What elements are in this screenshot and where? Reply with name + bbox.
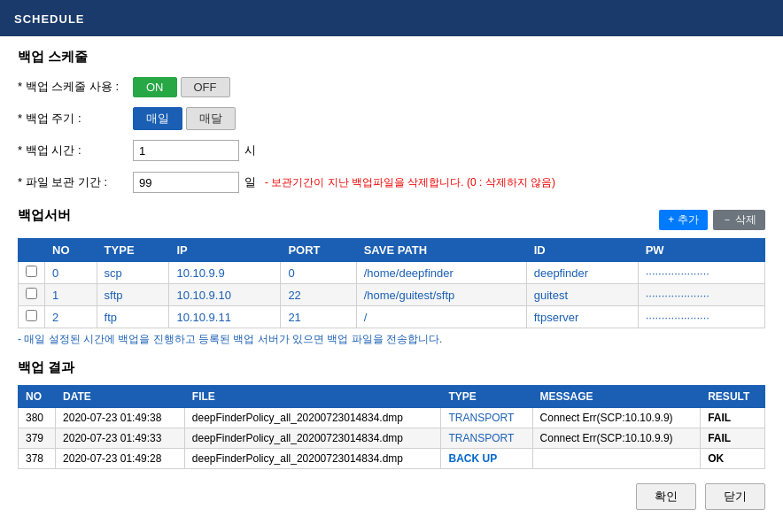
result-no: 378 (19, 449, 56, 469)
server-col-pw: PW (638, 239, 764, 262)
result-type: TRANSPORT (441, 428, 532, 449)
server-type: ftp (97, 306, 169, 328)
result-col-result: RESULT (701, 386, 765, 408)
server-ip: 10.10.9.11 (169, 306, 281, 328)
monthly-button[interactable]: 매달 (186, 107, 236, 130)
table-row: 380 2020-07-23 01:49:38 deepFinderPolicy… (19, 408, 765, 428)
result-col-message: MESSAGE (532, 386, 701, 408)
title-bar: SCHEDULE (0, 0, 783, 36)
server-col-no: NO (45, 239, 97, 262)
delete-server-button[interactable]: － 삭제 (713, 210, 765, 230)
result-col-no: NO (19, 386, 56, 408)
table-row: 1 sftp 10.10.9.10 22 /home/guitest/sftp … (19, 284, 765, 306)
result-type: TRANSPORT (441, 408, 532, 428)
result-type: BACK UP (441, 449, 532, 469)
result-table: NO DATE FILE TYPE MESSAGE RESULT 380 202… (18, 385, 765, 469)
result-file: deepFinderPolicy_all_20200723014834.dmp (184, 408, 441, 428)
server-port: 22 (281, 284, 356, 306)
server-no: 1 (45, 284, 97, 306)
time-label: * 백업 시간 : (18, 143, 133, 158)
retention-note: - 보관기간이 지난 백업파일을 삭제합니다. (0 : 삭제하지 않음) (265, 175, 555, 190)
backup-server-section: 백업서버 + 추가 － 삭제 NO TYPE IP PORT SAVE PATH… (18, 207, 765, 347)
server-no: 0 (45, 262, 97, 284)
result-date: 2020-07-23 01:49:28 (56, 449, 185, 469)
result-col-type: TYPE (441, 386, 532, 408)
confirm-button[interactable]: 확인 (636, 483, 696, 510)
server-path: /home/deepfinder (356, 262, 526, 284)
backup-result-section: 백업 결과 NO DATE FILE TYPE MESSAGE RESULT 3… (18, 359, 765, 469)
result-col-file: FILE (184, 386, 441, 408)
result-no: 380 (19, 408, 56, 428)
result-table-header: NO DATE FILE TYPE MESSAGE RESULT (19, 386, 765, 408)
use-schedule-label: * 백업 스케줄 사용 : (18, 79, 133, 95)
server-id: ftpserver (526, 306, 638, 328)
table-row: 378 2020-07-23 01:49:28 deepFinderPolicy… (19, 449, 765, 469)
result-date: 2020-07-23 01:49:33 (56, 428, 185, 449)
server-row-checkbox[interactable] (26, 266, 37, 277)
server-path: / (356, 306, 526, 328)
time-input[interactable] (133, 140, 239, 161)
server-note: - 매일 설정된 시간에 백업을 진행하고 등록된 백업 서버가 있으면 백업 … (18, 332, 765, 347)
server-col-type: TYPE (97, 239, 169, 262)
server-ip: 10.10.9.9 (169, 262, 281, 284)
result-file: deepFinderPolicy_all_20200723014834.dmp (184, 449, 441, 469)
server-id: deepfinder (526, 262, 638, 284)
close-button[interactable]: 닫기 (705, 483, 765, 510)
server-pw: ···················· (638, 306, 764, 328)
table-row: 0 scp 10.10.9.9 0 /home/deepfinder deepf… (19, 262, 765, 284)
result-file: deepFinderPolicy_all_20200723014834.dmp (184, 428, 441, 449)
retention-input[interactable] (133, 172, 239, 193)
result-message: Connect Err(SCP:10.10.9.9) (532, 428, 701, 449)
retention-unit: 일 (244, 174, 256, 190)
server-table: NO TYPE IP PORT SAVE PATH ID PW 0 scp 10… (18, 238, 765, 328)
result-col-date: DATE (56, 386, 185, 408)
page-title: SCHEDULE (14, 12, 85, 26)
server-ip: 10.10.9.10 (169, 284, 281, 306)
server-checkbox-cell (19, 284, 45, 306)
on-button[interactable]: ON (133, 77, 177, 97)
server-action-buttons: + 추가 － 삭제 (659, 210, 765, 230)
server-row-checkbox[interactable] (26, 288, 37, 299)
cycle-label: * 백업 주기 : (18, 111, 133, 127)
result-date: 2020-07-23 01:49:38 (56, 408, 185, 428)
daily-button[interactable]: 매일 (133, 107, 182, 130)
off-button[interactable]: OFF (181, 77, 230, 97)
server-type: sftp (97, 284, 169, 306)
result-no: 379 (19, 428, 56, 449)
server-port: 21 (281, 306, 356, 328)
cycle-toggle: 매일 매달 (133, 107, 236, 130)
table-row: 379 2020-07-23 01:49:33 deepFinderPolicy… (19, 428, 765, 449)
result-message: Connect Err(SCP:10.10.9.9) (532, 408, 701, 428)
result-message (532, 449, 701, 469)
server-table-header: NO TYPE IP PORT SAVE PATH ID PW (19, 239, 765, 262)
footer-buttons: 확인 닫기 (18, 483, 765, 519)
server-no: 2 (45, 306, 97, 328)
server-col-id: ID (526, 239, 638, 262)
retention-label: * 파일 보관 기간 : (18, 174, 133, 190)
server-port: 0 (281, 262, 356, 284)
table-row: 2 ftp 10.10.9.11 21 / ftpserver ········… (19, 306, 765, 328)
backup-result-title: 백업 결과 (18, 359, 765, 376)
add-server-button[interactable]: + 추가 (659, 210, 707, 230)
server-col-ip: IP (169, 239, 281, 262)
server-checkbox-cell (19, 262, 45, 284)
server-col-port: PORT (281, 239, 356, 262)
time-unit: 시 (244, 143, 256, 158)
schedule-use-toggle: ON OFF (133, 77, 230, 97)
server-pw: ···················· (638, 262, 764, 284)
result-status: OK (701, 449, 765, 469)
server-id: guitest (526, 284, 638, 306)
server-pw: ···················· (638, 284, 764, 306)
backup-schedule-section: 백업 스케줄 * 백업 스케줄 사용 : ON OFF * 백업 주기 : 매일… (18, 49, 765, 195)
server-path: /home/guitest/sftp (356, 284, 526, 306)
server-checkbox-cell (19, 306, 45, 328)
result-status: FAIL (701, 428, 765, 449)
server-type: scp (97, 262, 169, 284)
result-status: FAIL (701, 408, 765, 428)
server-row-checkbox[interactable] (26, 310, 37, 321)
backup-schedule-title: 백업 스케줄 (18, 49, 765, 66)
backup-server-title: 백업서버 (18, 207, 71, 224)
server-col-savepath: SAVE PATH (356, 239, 526, 262)
server-col-checkbox (19, 239, 45, 262)
